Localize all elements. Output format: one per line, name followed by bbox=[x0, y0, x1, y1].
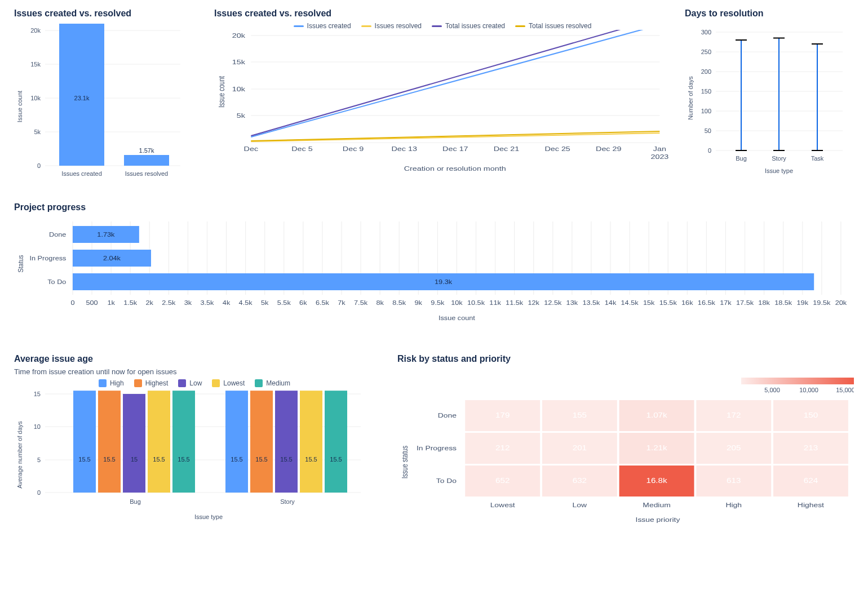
chart-svg-bar1: Issue count 0 5k 10k 15k 20k 23.1k bbox=[14, 22, 189, 183]
svg-text:6k: 6k bbox=[299, 299, 307, 307]
svg-text:12k: 12k bbox=[528, 299, 539, 307]
svg-text:Dec 13: Dec 13 bbox=[391, 145, 417, 153]
svg-text:10,000: 10,000 bbox=[799, 387, 818, 393]
svg-text:1.07k: 1.07k bbox=[646, 411, 667, 419]
svg-text:500: 500 bbox=[86, 299, 98, 307]
svg-text:213: 213 bbox=[804, 444, 818, 451]
panel-issues-created-resolved-bar: Issues created vs. resolved Issue count … bbox=[14, 8, 200, 183]
svg-text:2.04k: 2.04k bbox=[103, 255, 121, 262]
x-axis-label: Creation or resolution month bbox=[404, 165, 506, 172]
svg-text:15.5: 15.5 bbox=[330, 456, 342, 463]
svg-text:613: 613 bbox=[727, 477, 741, 484]
svg-text:5k: 5k bbox=[261, 299, 268, 307]
svg-text:3.5k: 3.5k bbox=[200, 299, 214, 307]
svg-text:20k: 20k bbox=[30, 27, 41, 34]
chart-title: Days to resolution bbox=[685, 8, 854, 19]
svg-text:Dec 9: Dec 9 bbox=[343, 145, 364, 153]
y-axis-label: Number of days bbox=[687, 76, 694, 120]
line-total-resolved bbox=[251, 131, 659, 141]
svg-text:15: 15 bbox=[34, 391, 41, 397]
svg-text:17.5k: 17.5k bbox=[736, 299, 754, 307]
svg-text:15.5: 15.5 bbox=[231, 456, 242, 463]
svg-text:624: 624 bbox=[804, 477, 818, 484]
panel-project-progress: Project progress Status 1.73k 2.04k 19.3… bbox=[14, 202, 854, 329]
svg-text:200: 200 bbox=[701, 68, 711, 75]
svg-text:15.5: 15.5 bbox=[255, 456, 267, 463]
chart-title: Issues created vs. resolved bbox=[214, 8, 671, 19]
panel-issues-created-resolved-line: Issues created vs. resolved Issues creat… bbox=[214, 8, 671, 183]
y-axis-label: Status bbox=[16, 255, 25, 272]
svg-text:Story: Story bbox=[280, 498, 295, 505]
svg-text:1.57k: 1.57k bbox=[139, 147, 154, 154]
svg-text:Dec 17: Dec 17 bbox=[442, 145, 468, 153]
svg-text:Dec 5: Dec 5 bbox=[291, 145, 312, 153]
svg-text:5: 5 bbox=[37, 456, 41, 463]
svg-text:652: 652 bbox=[495, 477, 510, 484]
x-axis-label: Issue type bbox=[765, 167, 793, 174]
svg-text:201: 201 bbox=[573, 444, 587, 451]
chart-svg-aia: Average number of days 0 5 10 15 15.515.… bbox=[14, 387, 369, 525]
svg-text:3k: 3k bbox=[184, 299, 192, 307]
line-issues-created bbox=[251, 30, 659, 137]
svg-text:15k: 15k bbox=[30, 61, 41, 68]
svg-text:2.5k: 2.5k bbox=[162, 299, 175, 307]
svg-text:Task: Task bbox=[811, 155, 824, 162]
svg-text:7.5k: 7.5k bbox=[354, 299, 367, 307]
legend: Issues created Issues resolved Total iss… bbox=[214, 22, 671, 30]
svg-text:155: 155 bbox=[573, 411, 587, 419]
svg-text:15.5: 15.5 bbox=[78, 456, 90, 463]
svg-text:Issues resolved: Issues resolved bbox=[125, 170, 168, 177]
svg-text:To Do: To Do bbox=[436, 478, 457, 485]
svg-text:19.5k: 19.5k bbox=[813, 299, 830, 307]
svg-text:11.5k: 11.5k bbox=[506, 299, 523, 307]
svg-text:2023: 2023 bbox=[650, 153, 668, 161]
legend: HighHighestLowLowestMedium bbox=[14, 379, 375, 387]
x-axis-label: Issue type bbox=[194, 513, 223, 520]
svg-text:1k: 1k bbox=[107, 299, 114, 307]
chart-svg-line: Issue count 5k 10k 15k 20k bbox=[214, 30, 671, 174]
svg-text:Highest: Highest bbox=[798, 502, 825, 508]
svg-text:In Progress: In Progress bbox=[29, 255, 66, 262]
svg-text:10k: 10k bbox=[30, 95, 41, 101]
svg-text:15k: 15k bbox=[232, 59, 246, 66]
chart-subtitle: Time from issue creation until now for o… bbox=[14, 367, 375, 376]
svg-text:Low: Low bbox=[573, 502, 588, 508]
svg-text:7k: 7k bbox=[338, 299, 345, 307]
svg-text:5k: 5k bbox=[34, 128, 41, 135]
svg-text:150: 150 bbox=[804, 411, 818, 419]
svg-text:11k: 11k bbox=[489, 299, 501, 307]
svg-text:17k: 17k bbox=[720, 299, 732, 307]
svg-text:20k: 20k bbox=[835, 299, 847, 307]
bar-issues-resolved bbox=[124, 155, 169, 166]
svg-text:1.5k: 1.5k bbox=[123, 299, 137, 307]
svg-text:8.5k: 8.5k bbox=[392, 299, 406, 307]
svg-text:15.5: 15.5 bbox=[178, 456, 189, 463]
svg-text:High: High bbox=[725, 502, 742, 508]
svg-text:To Do: To Do bbox=[47, 278, 67, 286]
svg-text:10.5k: 10.5k bbox=[467, 299, 485, 307]
svg-text:In Progress: In Progress bbox=[417, 445, 457, 452]
svg-text:0: 0 bbox=[37, 489, 41, 496]
y-axis-label: Issue count bbox=[217, 76, 227, 108]
chart-title: Risk by status and priority bbox=[397, 354, 854, 364]
svg-text:23.1k: 23.1k bbox=[74, 95, 90, 101]
svg-text:13.5k: 13.5k bbox=[582, 299, 600, 307]
svg-text:Done: Done bbox=[49, 231, 67, 238]
panel-average-issue-age: Average issue age Time from issue creati… bbox=[14, 354, 375, 530]
svg-text:632: 632 bbox=[573, 477, 587, 484]
svg-text:16k: 16k bbox=[681, 299, 693, 307]
svg-text:Issue priority: Issue priority bbox=[636, 516, 681, 523]
chart-title: Issues created vs. resolved bbox=[14, 8, 200, 19]
svg-text:Lowest: Lowest bbox=[490, 502, 516, 508]
svg-text:20k: 20k bbox=[232, 32, 246, 39]
svg-text:19k: 19k bbox=[797, 299, 809, 307]
svg-text:Done: Done bbox=[438, 413, 457, 419]
svg-text:Story: Story bbox=[772, 155, 786, 162]
svg-text:Medium: Medium bbox=[643, 502, 670, 508]
svg-text:15,000: 15,000 bbox=[836, 387, 854, 393]
svg-text:205: 205 bbox=[727, 444, 741, 451]
svg-text:0: 0 bbox=[70, 299, 74, 307]
svg-text:179: 179 bbox=[495, 411, 510, 419]
svg-text:15.5: 15.5 bbox=[305, 456, 317, 463]
chart-svg-heatmap: Issue status Done1791551.07k172150In Pro… bbox=[397, 400, 854, 530]
